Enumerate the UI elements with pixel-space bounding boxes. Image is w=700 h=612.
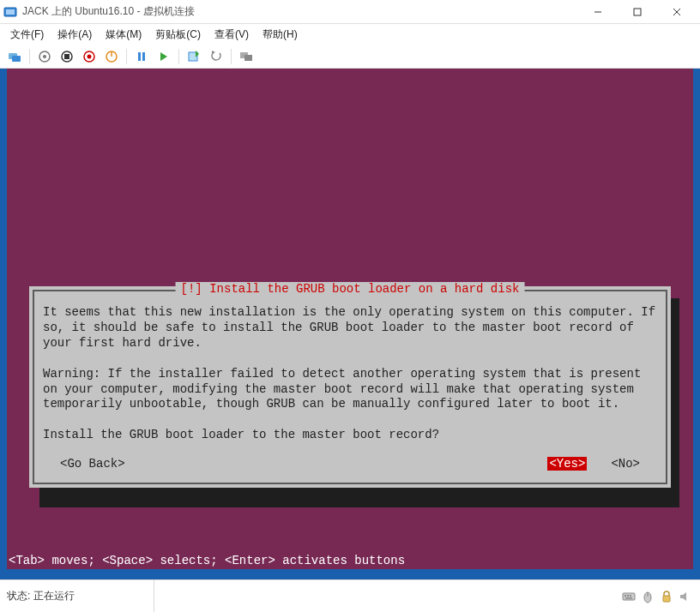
- svg-rect-22: [244, 55, 252, 61]
- reset-icon[interactable]: [154, 47, 173, 66]
- dialog-actions: <Go Back> <Yes> <No>: [43, 457, 657, 471]
- titlebar: JACK 上的 Ubuntu16.10 - 虚拟机连接: [0, 0, 700, 24]
- maximize-button[interactable]: [618, 0, 657, 24]
- help-bar: <Tab> moves; <Space> selects; <Enter> ac…: [7, 554, 405, 567]
- svg-point-13: [88, 54, 92, 58]
- menu-help[interactable]: 帮助(H): [259, 26, 301, 44]
- keyboard-icon: [621, 589, 637, 604]
- menu-view[interactable]: 查看(V): [211, 26, 252, 44]
- enhanced-session-icon[interactable]: [237, 47, 256, 66]
- menu-file[interactable]: 文件(F): [7, 26, 47, 44]
- vm-viewport: [!] Install the GRUB boot loader on a ha…: [0, 69, 700, 579]
- turnoff-icon[interactable]: [57, 47, 76, 66]
- menu-clipboard[interactable]: 剪贴板(C): [152, 26, 204, 44]
- status-value: 正在运行: [33, 589, 75, 603]
- checkpoint-icon[interactable]: [184, 47, 203, 66]
- svg-point-9: [43, 55, 46, 58]
- svg-rect-1: [6, 9, 15, 15]
- shutdown-icon[interactable]: [80, 47, 99, 66]
- svg-rect-11: [64, 54, 69, 59]
- menubar: 文件(F) 操作(A) 媒体(M) 剪贴板(C) 查看(V) 帮助(H): [0, 24, 700, 45]
- menu-action[interactable]: 操作(A): [54, 26, 95, 44]
- svg-rect-7: [12, 56, 21, 62]
- svg-marker-20: [212, 51, 215, 54]
- svg-rect-30: [663, 596, 670, 602]
- save-icon[interactable]: [102, 47, 121, 66]
- window-title: JACK 上的 Ubuntu16.10 - 虚拟机连接: [22, 4, 578, 19]
- status-label: 状态:: [7, 589, 30, 603]
- dialog-title-text: Install the GRUB boot loader on a hard d…: [202, 282, 520, 296]
- svg-rect-16: [138, 52, 141, 61]
- dialog-border: [!] Install the GRUB boot loader on a ha…: [33, 290, 667, 484]
- statusbar: 状态: 正在运行: [0, 579, 700, 612]
- pause-icon[interactable]: [132, 47, 151, 66]
- svg-rect-26: [630, 595, 631, 597]
- status-icons: [621, 589, 700, 604]
- speaker-icon: [678, 589, 693, 604]
- dialog-title: [!] Install the GRUB boot loader on a ha…: [176, 282, 525, 296]
- window-controls: [578, 0, 697, 24]
- separator: [178, 49, 179, 64]
- dialog-title-bang: [!]: [181, 282, 202, 296]
- go-back-button[interactable]: <Go Back>: [60, 457, 125, 471]
- vm-screen[interactable]: [!] Install the GRUB boot loader on a ha…: [7, 69, 693, 569]
- yes-button[interactable]: <Yes>: [547, 457, 587, 471]
- lock-icon: [659, 589, 674, 604]
- no-button[interactable]: <No>: [611, 457, 640, 471]
- svg-rect-27: [625, 597, 632, 599]
- installer-dialog: [!] Install the GRUB boot loader on a ha…: [29, 286, 671, 488]
- svg-rect-25: [627, 595, 629, 597]
- separator: [29, 49, 30, 64]
- svg-marker-31: [680, 592, 686, 601]
- revert-icon[interactable]: [207, 47, 226, 66]
- svg-rect-24: [625, 595, 626, 597]
- start-icon[interactable]: [35, 47, 54, 66]
- app-icon: [3, 5, 17, 19]
- svg-rect-17: [142, 52, 145, 61]
- close-button[interactable]: [657, 0, 697, 24]
- separator: [231, 49, 232, 64]
- svg-marker-18: [160, 52, 167, 61]
- minimize-button[interactable]: [578, 0, 618, 24]
- status-text: 状态: 正在运行: [0, 580, 154, 612]
- ctrl-alt-del-icon[interactable]: [5, 47, 24, 66]
- menu-media[interactable]: 媒体(M): [102, 26, 145, 44]
- separator: [126, 49, 127, 64]
- mouse-icon: [640, 589, 655, 604]
- svg-rect-3: [634, 9, 641, 15]
- dialog-body: It seems that this new installation is t…: [43, 305, 657, 443]
- toolbar: [0, 45, 700, 69]
